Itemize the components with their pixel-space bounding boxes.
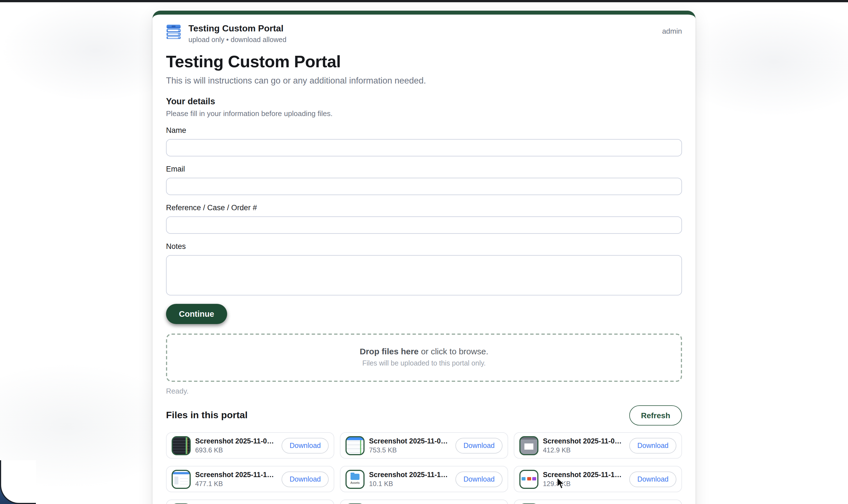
field-label: Notes — [166, 242, 682, 251]
details-fields: Name Email Reference / Case / Order # No… — [166, 126, 682, 295]
logged-in-user: admin — [662, 23, 682, 35]
email-input[interactable] — [166, 178, 682, 195]
form-field: Email — [166, 165, 682, 195]
folder-icon — [532, 477, 536, 480]
field-label: Name — [166, 126, 682, 134]
page-description: This is will instructions can go or any … — [166, 76, 682, 86]
folder-label: Assets — [347, 481, 364, 484]
file-meta: Screenshot 2025-11-0… 753.5 KB — [369, 437, 451, 454]
file-card: Screenshot 2025-11-1… 477.1 KB Download — [166, 466, 334, 492]
download-button[interactable]: Download — [456, 437, 502, 453]
download-button[interactable]: Download — [630, 437, 676, 453]
file-size: 753.5 KB — [369, 446, 451, 454]
file-meta: Screenshot 2025-11-1… 477.1 KB — [195, 471, 277, 487]
refresh-button[interactable]: Refresh — [629, 405, 682, 426]
name-input[interactable] — [166, 139, 682, 157]
portal-name: Testing Custom Portal — [189, 23, 286, 34]
form-field: Name — [166, 126, 682, 157]
window-top-bar — [0, 0, 848, 2]
file-size: 129.8 KB — [543, 480, 625, 487]
folder-icon — [522, 477, 526, 480]
portal-header-text: Testing Custom Portal upload only • down… — [189, 23, 286, 44]
download-button[interactable]: Download — [282, 471, 329, 487]
folders-thumbnail-icon — [519, 469, 538, 489]
file-size: 412.9 KB — [543, 446, 625, 454]
spreadsheet-thumbnail-icon — [346, 436, 365, 455]
window-rounded-corner — [0, 460, 36, 504]
file-name: Screenshot 2025-11-1… — [195, 471, 277, 479]
download-button[interactable]: Download — [282, 437, 329, 453]
dropzone-primary-text: Drop files here or click to browse. — [167, 346, 681, 356]
folder-icon — [351, 473, 359, 480]
download-button[interactable]: Download — [456, 471, 502, 487]
folder-icons-row — [520, 477, 537, 480]
form-field: Notes — [166, 242, 682, 295]
field-input-wrap — [166, 255, 682, 295]
files-grid: Screenshot 2025-11-0… 693.6 KB Download … — [166, 432, 682, 504]
files-section-header: Files in this portal Refresh — [166, 405, 682, 426]
file-meta: Screenshot 2025-11-1… 129.8 KB — [543, 471, 625, 487]
file-size: 693.6 KB — [195, 446, 277, 454]
file-meta: Screenshot 2025-11-0… 412.9 KB — [543, 437, 625, 454]
gray-window-thumbnail-icon — [519, 436, 538, 455]
file-card: Screenshot 2025-11-0… 412.9 KB Download — [514, 432, 682, 458]
light-page-thumbnail-icon — [172, 469, 191, 489]
file-name: Screenshot 2025-11-1… — [369, 471, 451, 479]
file-size: 477.1 KB — [195, 480, 277, 487]
file-name: Screenshot 2025-11-1… — [543, 471, 625, 479]
folder-icon — [527, 477, 531, 480]
file-dropzone[interactable]: Drop files here or click to browse. File… — [166, 334, 682, 382]
desktop-viewport: Testing Custom Portal upload only • down… — [0, 0, 848, 504]
file-meta: Screenshot 2025-11-1… 10.1 KB — [369, 471, 451, 487]
file-card: Screenshot 2025-11-0… 753.5 KB Download — [340, 432, 508, 458]
file-card: Assets Screenshot 2025-11-1… 10.1 KB Dow… — [340, 466, 508, 492]
file-size: 10.1 KB — [369, 480, 451, 487]
file-card: Screenshot 2025-11-1… 129.8 KB Download — [514, 466, 682, 492]
details-subheading: Please fill in your information before u… — [166, 109, 682, 118]
file-card: Screenshot 2025-11-1… Download — [514, 500, 682, 504]
file-card: Screenshot 2025-11-1… Download — [166, 500, 334, 504]
portal-header: Testing Custom Portal upload only • down… — [166, 23, 682, 44]
dropzone-secondary-text: Files will be uploaded to this portal on… — [167, 359, 681, 367]
form-field: Reference / Case / Order # — [166, 203, 682, 234]
page-title: Testing Custom Portal — [166, 52, 682, 71]
continue-button[interactable]: Continue — [166, 304, 227, 324]
portal-card: Testing Custom Portal upload only • down… — [153, 11, 695, 504]
field-input-wrap — [166, 216, 682, 234]
field-label: Reference / Case / Order # — [166, 203, 682, 212]
server-stack-icon — [166, 24, 181, 39]
field-label: Email — [166, 165, 682, 173]
files-heading: Files in this portal — [166, 410, 248, 421]
download-button[interactable]: Download — [630, 471, 676, 487]
file-name: Screenshot 2025-11-0… — [195, 437, 277, 445]
file-card: Screenshot 2025-11-0… 693.6 KB Download — [166, 432, 334, 458]
notes-input[interactable] — [166, 255, 682, 295]
file-card: Screenshot 2025-11-1… Download — [340, 500, 508, 504]
reference-input[interactable] — [166, 216, 682, 234]
dropzone-bold-text: Drop files here — [360, 346, 419, 356]
upload-status: Ready. — [166, 387, 682, 395]
portal-permissions: upload only • download allowed — [189, 36, 286, 44]
details-heading: Your details — [166, 96, 682, 107]
file-name: Screenshot 2025-11-0… — [543, 437, 625, 445]
dark-terminal-thumbnail-icon — [172, 436, 191, 455]
field-input-wrap — [166, 139, 682, 157]
file-meta: Screenshot 2025-11-0… 693.6 KB — [195, 437, 277, 454]
file-name: Screenshot 2025-11-0… — [369, 437, 451, 445]
assets-folder-thumbnail-icon: Assets — [346, 469, 365, 489]
dropzone-rest-text: or click to browse. — [419, 346, 488, 356]
field-input-wrap — [166, 178, 682, 195]
